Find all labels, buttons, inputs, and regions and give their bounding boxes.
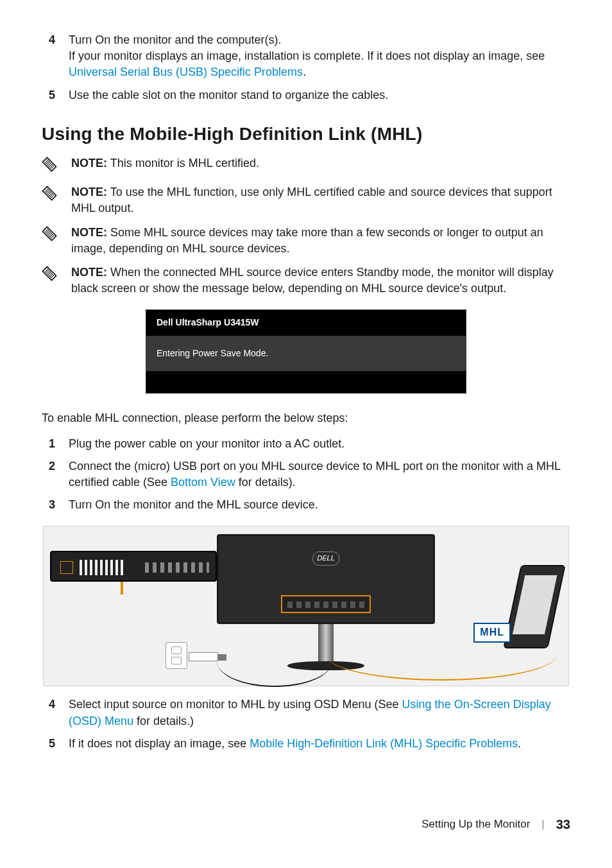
enable-intro: To enable MHL connection, please perform… [42, 410, 570, 426]
footer-section-name: Setting Up the Monitor [421, 817, 530, 832]
note-label: NOTE: [71, 226, 107, 239]
item-number: 5 [42, 87, 62, 103]
text: If it does not display an image, see [69, 737, 250, 750]
top-numbered-list: 4 Turn On the monitor and the computer(s… [42, 32, 570, 103]
footer-separator: | [541, 817, 544, 832]
power-cable-icon [217, 636, 332, 687]
note-icon [42, 225, 62, 257]
mhl-steps-list: 1 Plug the power cable on your monitor i… [42, 436, 570, 514]
mhl-problems-link[interactable]: Mobile High-Definition Link (MHL) Specif… [250, 737, 518, 750]
list-item: 5 If it does not display an image, see M… [42, 736, 570, 752]
phone-icon [503, 565, 566, 648]
item-body: Connect the (micro) USB port on you MHL … [69, 458, 570, 490]
note-label: NOTE: [71, 266, 107, 279]
text: Select input source on monitor to MHL by… [69, 698, 402, 711]
mhl-steps-list-continued: 4 Select input source on monitor to MHL … [42, 697, 570, 752]
note-text: This monitor is MHL certified. [107, 157, 259, 169]
osd-bottom-bar [146, 371, 466, 393]
note-icon [42, 265, 62, 297]
list-item: 2 Connect the (micro) USB port on you MH… [42, 458, 570, 490]
item-number: 4 [42, 32, 62, 81]
text: If your monitor displays an image, insta… [69, 49, 545, 62]
note: NOTE: Some MHL source devices may take m… [42, 225, 570, 257]
text: Connect the (micro) USB port on you MHL … [69, 460, 560, 489]
item-body: Plug the power cable on your monitor int… [69, 436, 570, 452]
port-panel-icon [281, 595, 371, 613]
usb-problems-link[interactable]: Universal Serial Bus (USB) Specific Prob… [69, 65, 303, 78]
wall-outlet-icon [166, 642, 187, 669]
power-plug-icon [189, 652, 218, 661]
note-icon [42, 184, 62, 216]
item-number: 2 [42, 458, 62, 490]
note: NOTE: When the connected MHL source devi… [42, 265, 570, 297]
item-body: Turn On the monitor and the computer(s).… [69, 32, 570, 81]
page-footer: Setting Up the Monitor | 33 [421, 815, 570, 833]
list-item: 4 Select input source on monitor to MHL … [42, 697, 570, 729]
notes-block: NOTE: This monitor is MHL certified. NOT… [42, 155, 570, 297]
note-text: Some MHL source devices may take more th… [71, 226, 543, 255]
item-body: If it does not display an image, see Mob… [69, 736, 570, 752]
osd-message: Entering Power Save Mode. [146, 336, 466, 372]
list-item: 1 Plug the power cable on your monitor i… [42, 436, 570, 452]
mhl-label: MHL [473, 623, 511, 642]
bottom-view-link[interactable]: Bottom View [171, 476, 235, 489]
note-label: NOTE: [71, 157, 107, 169]
note-icon [42, 155, 62, 177]
page-number: 33 [556, 815, 570, 833]
item-number: 1 [42, 436, 62, 452]
text: for details). [235, 476, 296, 489]
text: for details.) [133, 715, 194, 727]
note-body: NOTE: To use the MHL function, use only … [62, 184, 570, 216]
list-item: 3 Turn On the monitor and the MHL source… [42, 497, 570, 513]
osd-title: Dell UltraSharp U3415W [146, 310, 466, 336]
note-body: NOTE: When the connected MHL source devi… [62, 265, 570, 297]
note-body: NOTE: This monitor is MHL certified. [62, 155, 570, 177]
item-number: 4 [42, 697, 62, 729]
soundbar-icon [50, 551, 217, 582]
note-body: NOTE: Some MHL source devices may take m… [62, 225, 570, 257]
note-text: To use the MHL function, use only MHL ce… [71, 186, 552, 214]
monitor-back-icon: DELL [217, 534, 435, 624]
text: . [303, 65, 306, 78]
note: NOTE: This monitor is MHL certified. [42, 155, 570, 177]
item-number: 5 [42, 736, 62, 752]
list-item: 4 Turn On the monitor and the computer(s… [42, 32, 570, 81]
item-body: Use the cable slot on the monitor stand … [69, 87, 570, 103]
dell-logo: DELL [312, 551, 339, 565]
note: NOTE: To use the MHL function, use only … [42, 184, 570, 216]
item-body: Turn On the monitor and the MHL source d… [69, 497, 570, 513]
list-item: 5 Use the cable slot on the monitor stan… [42, 87, 570, 103]
note-label: NOTE: [71, 186, 107, 198]
text: . [518, 737, 521, 750]
section-heading: Using the Mobile-High Definition Link (M… [42, 121, 570, 146]
note-text: When the connected MHL source device ent… [71, 266, 554, 295]
item-body: Select input source on monitor to MHL by… [69, 697, 570, 729]
item-number: 3 [42, 497, 62, 513]
text: Turn On the monitor and the computer(s). [69, 33, 281, 46]
osd-message-box: Dell UltraSharp U3415W Entering Power Sa… [146, 309, 466, 394]
mhl-connection-diagram: DELL MHL [43, 526, 569, 686]
